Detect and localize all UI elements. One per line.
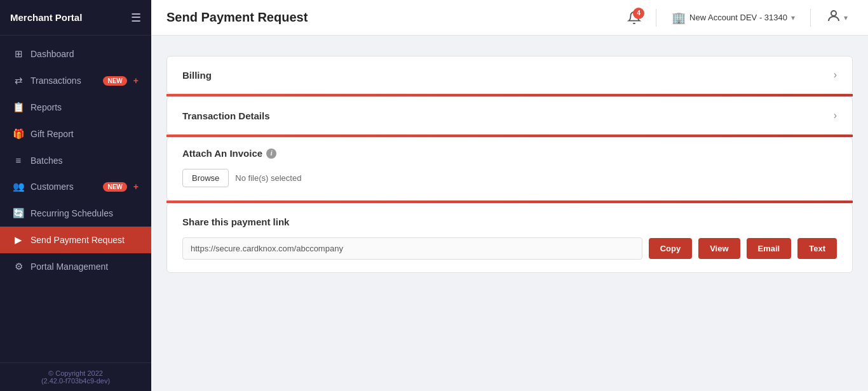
share-link-input[interactable] bbox=[182, 237, 642, 260]
email-button[interactable]: Email bbox=[747, 238, 792, 259]
sidebar-item-label: Batches bbox=[31, 156, 139, 166]
top-spacer bbox=[151, 36, 868, 46]
sidebar-item-batches[interactable]: ≡ Batches bbox=[0, 147, 151, 173]
gift-report-icon: 🎁 bbox=[13, 128, 24, 140]
billing-section-header[interactable]: Billing › bbox=[167, 56, 852, 93]
main-content: Send Payment Request 4 🏢 New Account DEV… bbox=[151, 0, 868, 391]
sidebar-nav: ⊞ Dashboard ⇄ Transactions NEW + 📋 Repor… bbox=[0, 36, 151, 362]
notification-button[interactable]: 4 bbox=[623, 6, 646, 29]
customers-badge: NEW bbox=[103, 182, 126, 192]
file-label: No file(s) selected bbox=[235, 173, 301, 183]
sidebar-header: Merchant Portal ☰ bbox=[0, 0, 151, 36]
sidebar-item-recurring-schedules[interactable]: 🔄 Recurring Schedules bbox=[0, 200, 151, 227]
topbar-divider2 bbox=[810, 9, 811, 27]
sidebar-item-send-payment-request[interactable]: ▶ Send Payment Request bbox=[0, 227, 151, 253]
portal-management-icon: ⚙ bbox=[13, 261, 24, 272]
share-section-title: Share this payment link bbox=[182, 216, 837, 227]
attach-invoice-label: Attach An Invoice bbox=[182, 148, 262, 159]
transactions-badge: NEW bbox=[103, 76, 126, 86]
account-selector[interactable]: 🏢 New Account DEV - 31340 ▾ bbox=[667, 8, 800, 27]
sidebar-item-label: Gift Report bbox=[31, 129, 139, 139]
account-building-icon: 🏢 bbox=[672, 11, 686, 25]
new-plus-icon: + bbox=[133, 76, 139, 86]
transaction-details-section: Transaction Details › bbox=[166, 96, 853, 135]
recurring-schedules-icon: 🔄 bbox=[13, 208, 24, 219]
send-payment-icon: ▶ bbox=[13, 234, 24, 246]
user-menu-button[interactable]: ▾ bbox=[821, 6, 853, 30]
sidebar: Merchant Portal ☰ ⊞ Dashboard ⇄ Transact… bbox=[0, 0, 151, 391]
billing-section-title: Billing bbox=[182, 70, 212, 81]
sidebar-item-label: Reports bbox=[31, 102, 139, 112]
text-button[interactable]: Text bbox=[797, 238, 837, 259]
svg-point-0 bbox=[831, 11, 836, 16]
new-plus-icon: + bbox=[133, 182, 139, 192]
attach-invoice-section: Attach An Invoice i Browse No file(s) se… bbox=[166, 137, 853, 201]
attach-invoice-title: Attach An Invoice i bbox=[182, 148, 276, 159]
transaction-details-header[interactable]: Transaction Details › bbox=[167, 97, 852, 134]
browse-button[interactable]: Browse bbox=[182, 169, 229, 187]
hamburger-icon[interactable]: ☰ bbox=[131, 11, 141, 25]
sidebar-item-label: Send Payment Request bbox=[31, 235, 139, 245]
batches-icon: ≡ bbox=[13, 155, 24, 166]
sidebar-item-customers[interactable]: 👥 Customers NEW + bbox=[0, 173, 151, 200]
user-chevron-icon: ▾ bbox=[844, 13, 848, 22]
info-icon[interactable]: i bbox=[266, 149, 276, 159]
transaction-chevron-icon: › bbox=[834, 110, 837, 121]
customers-icon: 👥 bbox=[13, 181, 24, 192]
sidebar-item-portal-management[interactable]: ⚙ Portal Management bbox=[0, 253, 151, 280]
sidebar-item-label: Dashboard bbox=[31, 49, 139, 59]
sidebar-item-label: Portal Management bbox=[31, 262, 139, 272]
sidebar-item-reports[interactable]: 📋 Reports bbox=[0, 94, 151, 121]
attach-invoice-header: Attach An Invoice i bbox=[167, 138, 852, 159]
account-name: New Account DEV - 31340 bbox=[689, 13, 787, 22]
transactions-icon: ⇄ bbox=[13, 75, 24, 86]
sidebar-item-transactions[interactable]: ⇄ Transactions NEW + bbox=[0, 67, 151, 94]
user-icon bbox=[826, 8, 841, 27]
file-input-row: Browse No file(s) selected bbox=[167, 159, 852, 200]
sidebar-item-label: Transactions bbox=[31, 76, 94, 86]
sidebar-item-label: Recurring Schedules bbox=[31, 208, 139, 218]
page-title: Send Payment Request bbox=[166, 10, 615, 25]
chevron-down-icon: ▾ bbox=[791, 13, 795, 22]
sidebar-logo: Merchant Portal bbox=[10, 12, 82, 23]
topbar-right: 4 🏢 New Account DEV - 31340 ▾ ▾ bbox=[623, 6, 853, 30]
share-link-row: Copy View Email Text bbox=[182, 237, 837, 260]
topbar-divider bbox=[656, 9, 656, 27]
bottom-spacer bbox=[151, 283, 868, 293]
sidebar-item-gift-report[interactable]: 🎁 Gift Report bbox=[0, 121, 151, 147]
reports-icon: 📋 bbox=[13, 102, 24, 113]
billing-section: Billing › bbox=[166, 56, 853, 94]
share-section: Share this payment link Copy View Email … bbox=[166, 203, 853, 273]
copy-button[interactable]: Copy bbox=[649, 238, 693, 259]
transaction-details-title: Transaction Details bbox=[182, 110, 270, 121]
content-area: Billing › Transaction Details › Attach A… bbox=[151, 36, 868, 391]
sidebar-item-label: Customers bbox=[31, 182, 94, 192]
sidebar-item-dashboard[interactable]: ⊞ Dashboard bbox=[0, 41, 151, 67]
dashboard-icon: ⊞ bbox=[13, 48, 24, 60]
notification-badge: 4 bbox=[633, 8, 644, 19]
billing-chevron-icon: › bbox=[834, 69, 837, 81]
view-button[interactable]: View bbox=[698, 238, 740, 259]
topbar: Send Payment Request 4 🏢 New Account DEV… bbox=[151, 0, 868, 36]
sidebar-footer: © Copyright 2022 (2.42.0-f703b4c9-dev) bbox=[0, 362, 151, 391]
